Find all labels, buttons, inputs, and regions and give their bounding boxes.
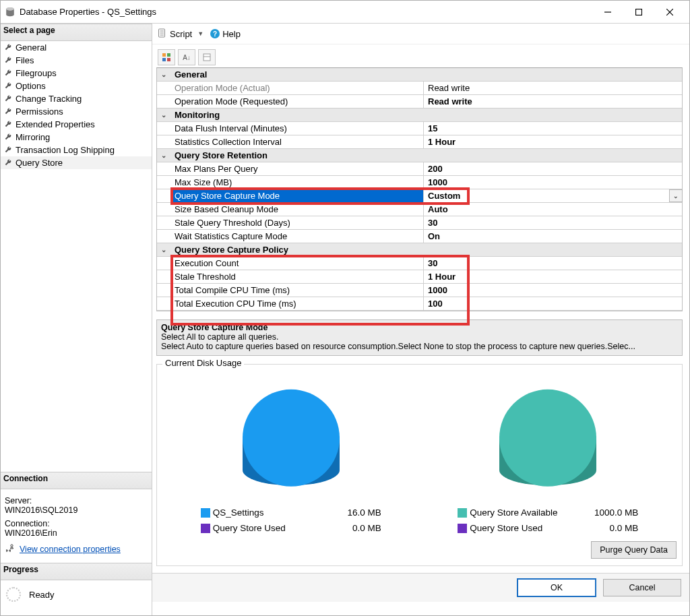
page-item-label: Query Store [15,158,63,168]
description-title: Query Store Capture Mode [161,323,678,332]
wrench-icon [5,145,11,155]
prop-label: Size Based Cleanup Mode [170,203,424,216]
prop-value[interactable]: 15 [424,122,682,135]
page-item-query-store[interactable]: Query Store [1,156,152,169]
row-stale-threshold[interactable]: Stale Threshold 1 Hour [157,270,682,284]
help-button[interactable]: ? Help [210,29,241,39]
svg-point-19 [243,390,340,487]
prop-label: Max Size (MB) [170,176,424,189]
page-item-options[interactable]: Options [1,80,152,92]
wrench-icon [5,42,11,53]
purge-button[interactable]: Purge Query Data [591,541,677,559]
right-pane: Script ▼ ? Help A↓ [152,24,689,615]
prop-value[interactable]: 200 [424,162,682,175]
row-cleanup-mode[interactable]: Size Based Cleanup Mode Auto [157,203,682,216]
category-capture-policy[interactable]: ⌄ Query Store Capture Policy [157,243,682,257]
description-line-2: Select Auto to capture queries based on … [161,342,678,351]
collapse-icon: ⌄ [157,109,170,121]
svg-rect-11 [167,53,170,57]
page-item-permissions[interactable]: Permissions [1,105,152,118]
page-item-files[interactable]: Files [1,54,152,67]
row-wait-stats[interactable]: Wait Statistics Capture Mode On [157,230,682,243]
row-compile-cpu[interactable]: Total Compile CPU Time (ms) 1000 [157,284,682,297]
prop-value[interactable]: 30 [424,257,682,270]
legend-label: Query Store Available [470,507,584,518]
cancel-button[interactable]: Cancel [603,579,681,596]
grid-toolbar: A↓ [156,49,683,66]
property-pages-button[interactable] [198,49,216,65]
prop-value[interactable]: 1 Hour [424,270,682,283]
row-exec-count[interactable]: Execution Count 30 [157,257,682,270]
prop-value[interactable]: Custom ⌄ [424,189,682,202]
property-area: A↓ ⌄ General Operation Mode (Actual) Rea… [152,44,689,315]
page-item-mirroring[interactable]: Mirroring [1,131,152,144]
left-pane: Select a page General Files Filegroups [1,24,152,615]
page-item-tlog-shipping[interactable]: Transaction Log Shipping [1,144,152,156]
row-max-size[interactable]: Max Size (MB) 1000 [157,176,682,189]
swatch-available [458,508,467,518]
prop-value[interactable]: 1000 [424,284,682,297]
connection-value: WIN2016\Erin [5,528,148,538]
prop-label: Operation Mode (Requested) [170,95,424,108]
script-button[interactable]: Script ▼ [158,28,203,40]
select-page-header: Select a page [1,24,152,41]
swatch-used-right [458,524,467,533]
prop-value[interactable]: 1 Hour [424,135,682,148]
view-connection-link[interactable]: View connection properties [5,543,148,555]
prop-value[interactable]: 1000 [424,176,682,189]
titlebar[interactable]: Database Properties - QS_Settings [1,1,689,24]
page-item-label: Mirroring [15,132,50,142]
progress-block: Ready [1,580,152,615]
close-button[interactable] [654,1,685,23]
categorize-button[interactable] [158,49,175,65]
category-retention[interactable]: ⌄ Query Store Retention [157,149,682,162]
svg-rect-13 [167,58,170,61]
category-general[interactable]: ⌄ General [157,68,682,82]
prop-label: Max Plans Per Query [170,162,424,175]
category-monitoring[interactable]: ⌄ Monitoring [157,109,682,122]
prop-value[interactable]: Read write [424,95,682,108]
progress-header: Progress [1,563,152,580]
prop-value[interactable]: Auto [424,203,682,216]
ok-button[interactable]: OK [517,578,596,597]
prop-value[interactable]: On [424,230,682,243]
wrench-icon [5,132,11,142]
row-op-mode-actual[interactable]: Operation Mode (Actual) Read write [157,82,682,95]
maximize-button[interactable] [623,1,654,23]
minimize-button[interactable] [592,1,623,23]
page-item-label: Change Tracking [15,94,82,104]
collapse-icon: ⌄ [157,243,170,256]
description-box: Query Store Capture Mode Select All to c… [156,319,683,356]
script-icon [158,28,167,40]
prop-label: Execution Count [170,257,424,270]
page-item-extended-properties[interactable]: Extended Properties [1,118,152,131]
row-exec-cpu[interactable]: Total Execution CPU Time (ms) 100 [157,297,682,311]
row-stale-days[interactable]: Stale Query Threshold (Days) 30 [157,216,682,230]
swatch-used-left [201,524,210,533]
row-max-plans[interactable]: Max Plans Per Query 200 [157,162,682,176]
help-icon: ? [210,29,220,38]
prop-value[interactable]: 100 [424,297,682,310]
page-item-label: Filegroups [15,68,57,78]
page-item-change-tracking[interactable]: Change Tracking [1,92,152,105]
page-item-general[interactable]: General [1,41,152,54]
prop-label: Total Compile CPU Time (ms) [170,284,424,297]
legend-label: Query Store Used [470,523,584,533]
disk-usage-group: Current Disk Usage [156,364,683,566]
disk-usage-title: Current Disk Usage [162,358,244,368]
page-item-label: General [15,42,46,53]
server-value: WIN2016\SQL2019 [5,505,148,515]
row-capture-mode[interactable]: Query Store Capture Mode Custom ⌄ [157,189,682,203]
page-item-filegroups[interactable]: Filegroups [1,67,152,80]
prop-label: Data Flush Interval (Minutes) [170,122,424,135]
database-icon [5,7,15,18]
row-stats-interval[interactable]: Statistics Collection Interval 1 Hour [157,135,682,149]
alphabetical-button[interactable]: A↓ [178,49,195,65]
connection-header: Connection [1,472,152,489]
dropdown-button[interactable]: ⌄ [669,189,683,202]
row-flush-interval[interactable]: Data Flush Interval (Minutes) 15 [157,122,682,135]
prop-value[interactable]: 30 [424,216,682,229]
toolbar: Script ▼ ? Help [152,24,689,44]
row-op-mode-requested[interactable]: Operation Mode (Requested) Read write [157,95,682,109]
svg-point-1 [6,7,14,10]
